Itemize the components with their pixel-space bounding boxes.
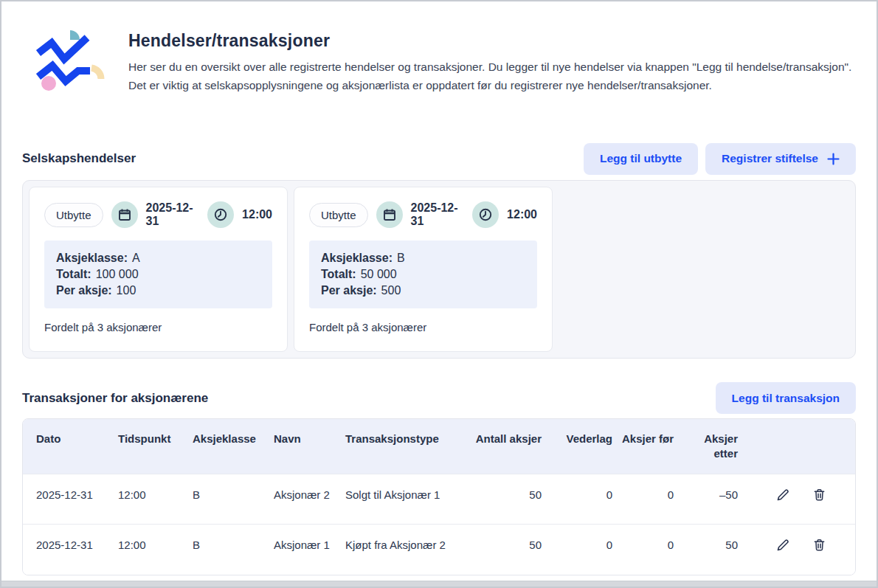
edit-row-button[interactable] — [775, 486, 792, 503]
register-founding-label: Registrer stiftelse — [722, 152, 818, 165]
delete-row-button[interactable] — [811, 486, 828, 503]
cell-actions — [742, 474, 856, 525]
cell-navn: Aksjonær 1 — [260, 525, 332, 575]
detail-line: Aksjeklasse:A — [56, 250, 260, 266]
cell-dato: 2025-12-31 — [23, 474, 105, 525]
col-tidspunkt: Tidspunkt — [105, 419, 179, 474]
cell-transaksjonstype: Solgt til Aksjonær 1 — [332, 474, 450, 525]
col-antall-aksjer: Antall aksjer — [450, 419, 546, 474]
trash-icon — [812, 543, 826, 554]
event-type-badge: Utbytte — [44, 203, 103, 227]
register-founding-button[interactable]: Registrer stiftelse — [705, 143, 856, 175]
transactions-table: Dato Tidspunkt Aksjeklasse Navn Transaks… — [22, 418, 856, 575]
event-footer: Fordelt på 3 aksjonærer — [44, 321, 272, 333]
zigzag-chart-logo-icon — [35, 22, 114, 100]
event-time: 12:00 — [507, 208, 537, 221]
col-aksjeklasse: Aksjeklasse — [179, 419, 260, 474]
col-navn: Navn — [260, 419, 332, 474]
add-dividend-label: Legg til utbytte — [600, 152, 682, 165]
detail-line: Totalt:50 000 — [321, 266, 525, 283]
event-time: 12:00 — [242, 208, 272, 221]
event-card: Utbytte 2025-12-31 12:00 — [294, 187, 553, 352]
clock-icon — [472, 201, 499, 228]
cell-antall-aksjer: 50 — [450, 474, 546, 525]
col-actions — [742, 419, 856, 474]
cell-aksjeklasse: B — [179, 474, 260, 525]
col-dato: Dato — [23, 419, 105, 474]
detail-line: Totalt:100 000 — [56, 266, 260, 283]
event-card: Utbytte 2025-12-31 12:00 — [29, 187, 288, 352]
detail-line: Per aksje:100 — [56, 283, 260, 299]
plus-icon — [827, 153, 840, 165]
horizontal-scrollbar[interactable] — [1, 581, 877, 587]
cell-navn: Aksjonær 2 — [260, 474, 332, 525]
cell-vederlag: 0 — [546, 474, 617, 525]
page-title: Hendelser/transaksjoner — [128, 31, 854, 51]
cell-aksjer-etter: 50 — [678, 525, 742, 575]
header-text: Hendelser/transaksjoner Her ser du en ov… — [128, 31, 854, 100]
cell-aksjer-foer: 0 — [617, 474, 678, 525]
event-date: 2025-12-31 — [146, 201, 200, 228]
event-card-header: Utbytte 2025-12-31 12:00 — [309, 201, 537, 228]
trash-icon — [812, 493, 826, 504]
col-vederlag: Vederlag — [546, 419, 617, 474]
col-aksjer-etter: Aksjer etter — [678, 419, 742, 474]
event-card-header: Utbytte 2025-12-31 12:00 — [44, 201, 272, 228]
event-footer: Fordelt på 3 aksjonærer — [309, 321, 537, 333]
calendar-icon — [111, 201, 138, 228]
pencil-icon — [776, 543, 790, 554]
calendar-icon — [376, 201, 403, 228]
table-row: 2025-12-31 12:00 B Aksjonær 2 Solgt til … — [23, 474, 856, 525]
company-events-actions: Legg til utbytte Registrer stiftelse — [584, 143, 856, 175]
event-details-box: Aksjeklasse:A Totalt:100 000 Per aksje:1… — [44, 241, 272, 308]
detail-line: Aksjeklasse:B — [321, 250, 525, 266]
cell-antall-aksjer: 50 — [450, 525, 546, 575]
transactions-title: Transaksjoner for aksjonærene — [22, 391, 208, 406]
col-transaksjonstype: Transaksjonstype — [332, 419, 450, 474]
event-date: 2025-12-31 — [411, 201, 465, 228]
cell-transaksjonstype: Kjøpt fra Aksjonær 2 — [332, 525, 450, 575]
cell-vederlag: 0 — [546, 525, 617, 575]
table-header-row: Dato Tidspunkt Aksjeklasse Navn Transaks… — [23, 419, 856, 474]
app-window: Hendelser/transaksjoner Her ser du en ov… — [0, 0, 878, 588]
pencil-icon — [776, 493, 790, 504]
page-header: Hendelser/transaksjoner Her ser du en ov… — [1, 1, 877, 100]
edit-row-button[interactable] — [775, 536, 792, 553]
delete-row-button[interactable] — [811, 536, 828, 553]
event-details-box: Aksjeklasse:B Totalt:50 000 Per aksje:50… — [309, 241, 537, 308]
cell-tidspunkt: 12:00 — [105, 525, 179, 575]
add-transaction-label: Legg til transaksjon — [732, 392, 840, 405]
table-row: 2025-12-31 12:00 B Aksjonær 1 Kjøpt fra … — [23, 525, 856, 575]
clock-icon — [207, 201, 234, 228]
page-description: Her ser du en oversikt over alle registr… — [128, 58, 854, 94]
cell-aksjeklasse: B — [179, 525, 260, 575]
company-events-panel: Utbytte 2025-12-31 12:00 — [22, 180, 856, 359]
cell-aksjer-etter: –50 — [678, 474, 742, 525]
company-events-title: Selskapshendelser — [22, 151, 136, 166]
cell-actions — [742, 525, 856, 575]
cell-dato: 2025-12-31 — [23, 525, 105, 575]
col-aksjer-foer: Aksjer før — [617, 419, 678, 474]
cell-tidspunkt: 12:00 — [105, 474, 179, 525]
add-transaction-button[interactable]: Legg til transaksjon — [716, 382, 856, 414]
transactions-bar: Transaksjoner for aksjonærene Legg til t… — [22, 382, 856, 414]
cell-aksjer-foer: 0 — [617, 525, 678, 575]
detail-line: Per aksje:500 — [321, 283, 525, 299]
event-type-badge: Utbytte — [309, 203, 368, 227]
company-events-bar: Selskapshendelser Legg til utbytte Regis… — [22, 142, 856, 175]
add-dividend-button[interactable]: Legg til utbytte — [584, 143, 698, 175]
